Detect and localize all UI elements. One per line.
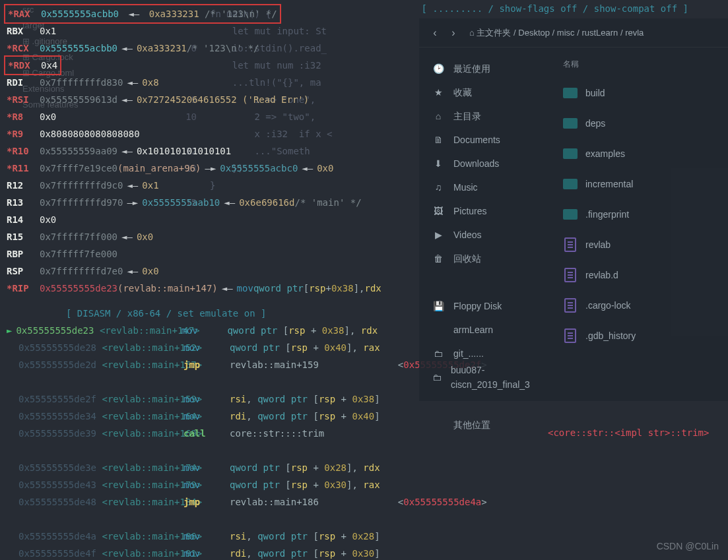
top-note: [ ......... / show-flags off / show-comp… — [421, 0, 688, 17]
file-item[interactable]: examples — [563, 139, 716, 169]
sidebar-item[interactable]: 其他位置 — [419, 413, 551, 437]
fm-file-column[interactable]: 名稱 builddepsexamplesincremental.fingerpr… — [551, 47, 728, 401]
file-item[interactable]: .cargo-lock — [563, 290, 716, 321]
sidebar-item[interactable]: ★收藏 — [419, 80, 551, 104]
sidebar-item[interactable]: 🗎Documents — [419, 128, 551, 152]
fm-sidebar[interactable]: 🕑最近使用★收藏⌂主目录🗎Documents⬇Downloads♫Music🖼P… — [419, 47, 551, 401]
file-item[interactable]: incremental — [563, 169, 716, 199]
sidebar-item[interactable] — [419, 270, 551, 294]
breadcrumb[interactable]: ⌂ 主文件夹 / Desktop / misc / rustLearn / re… — [469, 26, 644, 40]
sidebar-item[interactable]: 🕑最近使用 — [419, 57, 551, 80]
file-item[interactable]: build — [563, 78, 716, 108]
file-item[interactable]: revlab.d — [563, 260, 716, 290]
fm-toolbar: ‹ › ⌂ 主文件夹 / Desktop / misc / rustLearn … — [419, 18, 728, 47]
sidebar-item[interactable]: ♫Music — [419, 175, 551, 199]
watermark: CSDN @C0Lin — [657, 538, 719, 555]
fm-column-header: 名稱 — [563, 57, 716, 71]
sidebar-item[interactable]: 🖼Pictures — [419, 199, 551, 223]
file-item[interactable]: revlab — [563, 230, 716, 260]
sidebar-item[interactable]: 💾Floppy Disk — [419, 294, 551, 318]
sidebar-item[interactable]: 🗑回收站 — [419, 247, 551, 270]
sidebar-item[interactable]: 🗀buu087-ciscn_2019_final_3 — [419, 365, 551, 389]
sidebar-item[interactable]: armLearn — [419, 318, 551, 342]
call-target-far: <core::str::<impl str>::trim> — [548, 424, 709, 441]
forward-button[interactable]: › — [444, 24, 463, 42]
sidebar-item[interactable]: ▶Videos — [419, 223, 551, 247]
file-item[interactable]: .gdb_history — [563, 321, 716, 351]
sidebar-item[interactable] — [419, 389, 551, 413]
sidebar-item[interactable]: ⬇Downloads — [419, 152, 551, 175]
back-button[interactable]: ‹ — [426, 24, 444, 42]
file-manager[interactable]: ‹ › ⌂ 主文件夹 / Desktop / misc / rustLearn … — [419, 18, 728, 401]
file-item[interactable]: deps — [563, 108, 716, 139]
file-item[interactable]: .fingerprint — [563, 199, 716, 230]
sidebar-item[interactable]: ⌂主目录 — [419, 104, 551, 128]
sidebar-item[interactable]: 🗀git_...... — [419, 342, 551, 365]
